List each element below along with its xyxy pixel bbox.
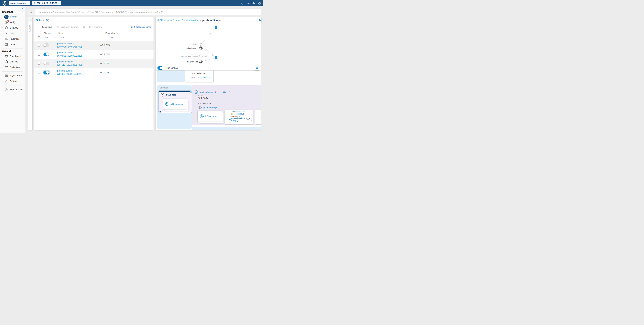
topology-graph[interactable]: Internet prod-public-vpc demo-nlb-target…	[156, 23, 261, 66]
name-filter-input[interactable]	[60, 36, 102, 39]
subnet-id[interactable]: (5045137186713933798)	[57, 63, 99, 67]
ipv4-filter-input[interactable]	[110, 36, 148, 39]
sidebar-item-search[interactable]: Search	[0, 14, 25, 20]
notifications-bell-icon[interactable]	[235, 2, 238, 5]
hidden-columns-button[interactable]: 0 hidden columns	[131, 26, 151, 28]
sidebar-collapse-icon[interactable]: «	[22, 7, 24, 10]
vpc-link[interactable]: prod-public-vpc	[196, 76, 210, 79]
sidebar-item-settings[interactable]: ⚙ Settings	[0, 78, 25, 84]
diagram-canvas[interactable]: Connected to: prod-public-vpc Subnets ⋮	[156, 71, 261, 130]
username[interactable]: noreply	[248, 2, 255, 4]
high-contrast-toggle[interactable]	[158, 66, 163, 70]
subnet-link[interactable]: prod-ssh-subnet	[57, 60, 99, 63]
vpc-link[interactable]: prod-public-vpc	[203, 106, 217, 109]
vm-name-link[interactable]: prod-web-vm-2	[234, 117, 245, 122]
sidebar-item-collection[interactable]: Collection	[0, 65, 25, 70]
expand-panel-icon[interactable]: »	[28, 17, 32, 22]
collapsed-search-tab[interactable]: » Search	[28, 17, 32, 130]
vm-card[interactable]: prod-web-vm-2 ⋮ Service Accounts: 504413…	[225, 110, 253, 124]
sidebar-item-inventory[interactable]: Inventory	[0, 36, 25, 42]
sidebar-item-diffs[interactable]: Diffs	[0, 31, 25, 36]
graph-label-internet: Internet	[173, 43, 198, 45]
vpc-icon[interactable]	[199, 47, 202, 50]
display-filter-select[interactable]: Filter ▾	[44, 36, 54, 39]
sidebar-item-label: Search	[10, 16, 17, 18]
subnet-link[interactable]: prod-file-subnet	[57, 69, 99, 72]
close-icon[interactable]: ×	[150, 19, 151, 22]
display-toggle[interactable]	[44, 62, 49, 65]
subnet-ipv4: 10.7.5.0/24	[99, 71, 110, 74]
subnets-toolbar: 0 selected Display in diagram Hide in di…	[34, 23, 154, 30]
topology-node-top[interactable]	[215, 26, 217, 29]
graph-label-stag: stag-env-vpc	[173, 61, 198, 63]
vm-card-clipped[interactable]: p S 5 I	[256, 110, 261, 124]
subnet-table-row[interactable]: prod-ssh-subnet (5045137186713933798) 10…	[34, 59, 154, 68]
app-bar: cloud-topo-test ▾ ☆ 2021-05-26 16:43:25 …	[0, 0, 263, 6]
internet-pin-icon[interactable]	[200, 43, 202, 46]
chevron-down-icon[interactable]: ▼	[0, 21, 4, 23]
diffs-plus-minus-icon	[4, 32, 9, 35]
subnet-name-link[interactable]: prod-web-subnet	[200, 91, 216, 93]
help-icon[interactable]: ?	[241, 2, 244, 5]
vm-chip-icon	[260, 117, 261, 121]
row-checkbox[interactable]	[38, 44, 40, 47]
subnet-table-row[interactable]: prod-file-subnet (7914734905961125397) 1…	[34, 68, 154, 77]
resources-card[interactable]: 5 Resources	[163, 99, 186, 109]
column-ipv4: IPv4 subnets	[106, 32, 118, 35]
display-toggle[interactable]	[44, 44, 49, 47]
sidebar-item-security[interactable]: ▼ Security	[0, 25, 25, 31]
logout-power-icon[interactable]	[258, 2, 261, 5]
sidebar-item-objects[interactable]: Objects	[0, 42, 25, 47]
breadcrumb-region-link[interactable]: GCP Moncks Corner, South Carolina	[158, 19, 198, 22]
load-balancer-icon[interactable]	[199, 55, 202, 58]
sidebar-divider	[2, 71, 23, 72]
sidebar-item-dashboard[interactable]: Dashboard	[0, 53, 25, 59]
hide-in-diagram-button[interactable]: Hide in diagram	[83, 26, 102, 28]
resources-card[interactable]: 2 Resources	[198, 111, 222, 122]
subnet-link[interactable]: prod-web-subnet	[57, 51, 99, 54]
globe-button[interactable]	[254, 66, 259, 70]
diagram-layout-button[interactable]	[258, 18, 262, 23]
subnet-link[interactable]: prod-mail-subnet	[57, 42, 99, 45]
eye-slash-icon[interactable]	[247, 119, 249, 121]
kebab-menu-icon[interactable]: ⋮	[188, 87, 190, 89]
kebab-menu-icon[interactable]: ⋮	[228, 91, 231, 93]
sidebar-item-nqe-library[interactable]: NQE NQE Library	[0, 73, 25, 78]
connected-to-label: Connected to:	[192, 72, 214, 75]
sidebar-item-label: Dashboard	[10, 55, 21, 57]
subnet-id[interactable]: (7914734905961125397)	[57, 72, 99, 76]
verify-alert-badge	[8, 20, 9, 22]
display-in-diagram-button[interactable]: Display in diagram	[57, 26, 78, 28]
row-checkbox[interactable]	[38, 62, 40, 65]
service-accounts-label: Service Accounts:	[232, 110, 246, 113]
ipv4-label: IPv4:	[198, 95, 202, 97]
search-input[interactable]	[35, 9, 261, 15]
subnet-table-row[interactable]: prod-web-subnet (4798772592690501223) 10…	[34, 50, 154, 59]
chevron-down-icon: ▾	[28, 2, 28, 4]
kebab-menu-icon[interactable]: ⋮	[250, 118, 253, 121]
sidebar-item-label: Inventory	[10, 38, 19, 40]
row-checkbox[interactable]	[38, 53, 40, 56]
select-all-checkbox[interactable]	[38, 37, 40, 39]
sidebar-item-label: Objects	[10, 43, 18, 46]
network-selector[interactable]: cloud-topo-test ▾	[9, 1, 30, 5]
sidebar-item-verify[interactable]: ▼ Verify	[0, 20, 25, 25]
subnet-id[interactable]: (4798772592690501223)	[57, 54, 99, 57]
display-toggle[interactable]	[44, 53, 49, 56]
sidebar-item-forward-docs[interactable]: ? Forward Docs	[0, 87, 25, 92]
eye-slash-icon[interactable]	[223, 91, 226, 93]
chevron-down-icon[interactable]: ▼	[0, 27, 4, 29]
display-toggle[interactable]	[44, 71, 49, 74]
row-checkbox[interactable]	[38, 71, 40, 74]
subnet-table-row[interactable]: prod-mail-subnet (2097795624491718300) 1…	[34, 41, 154, 50]
topology-node-bottom[interactable]	[215, 56, 217, 59]
vpc-icon[interactable]	[199, 60, 202, 64]
svg-text:?: ?	[6, 89, 7, 91]
search-type-selector[interactable]: ▾	[28, 9, 35, 15]
sidebar-item-devices[interactable]: Devices	[0, 59, 25, 65]
subnet-group-card[interactable]: 4 Subnets 5 Resources	[159, 91, 190, 111]
star-icon[interactable]: ☆	[34, 2, 36, 5]
subnet-id[interactable]: (2097795624491718300)	[57, 45, 99, 48]
sidebar-item-label: Settings	[10, 80, 18, 82]
snapshot-selector[interactable]: ☆ 2021-05-26 16:43:25 ▾	[32, 1, 61, 5]
